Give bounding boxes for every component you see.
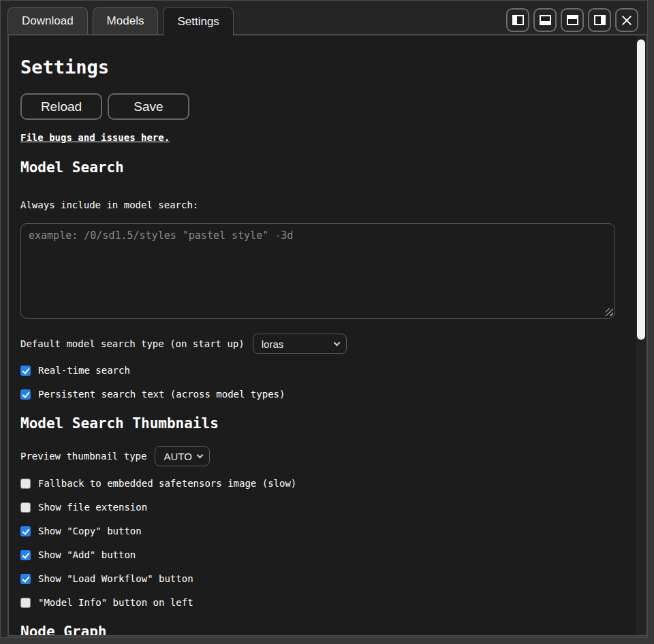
checkbox-label: Show file extension xyxy=(38,502,147,513)
action-buttons: Reload Save xyxy=(20,93,615,120)
checkbox-row-fallback-safetensors: Fallback to embedded safetensors image (… xyxy=(20,479,615,489)
default-search-type-value: loras xyxy=(262,338,284,350)
settings-content: Settings Reload Save File bugs and issue… xyxy=(9,35,647,637)
dock-right-icon xyxy=(594,15,606,25)
checkbox-row-persistent-search: Persistent search text (across model typ… xyxy=(20,389,615,400)
preview-thumbnail-type-label: Preview thumbnail type xyxy=(20,451,146,462)
checkbox-label: Show "Load Workflow" button xyxy=(38,574,193,584)
preview-thumbnail-type-select[interactable]: AUTO xyxy=(155,446,210,466)
dock-left-icon xyxy=(512,15,524,25)
scrollbar-thumb[interactable] xyxy=(637,39,645,340)
checkbox-row-show-load-workflow-button: Show "Load Workflow" button xyxy=(20,574,615,584)
show-add-button-checkbox[interactable] xyxy=(20,550,31,560)
always-include-field xyxy=(20,223,615,319)
resize-grip-icon[interactable] xyxy=(606,308,613,316)
dock-right-button[interactable] xyxy=(588,8,611,32)
preview-thumbnail-type-row: Preview thumbnail type AUTO xyxy=(20,446,615,466)
checkbox-row-show-file-extension: Show file extension xyxy=(20,502,615,513)
page-title: Settings xyxy=(20,57,615,78)
checkbox-label: Real-time search xyxy=(38,366,130,376)
realtime-search-checkbox[interactable] xyxy=(20,366,31,376)
tab-settings[interactable]: Settings xyxy=(163,7,233,36)
chevron-down-icon xyxy=(197,451,204,458)
tab-bar: Download Models Settings xyxy=(7,7,234,36)
checkbox-row-realtime-search: Real-time search xyxy=(20,366,615,376)
model-info-left-checkbox[interactable] xyxy=(20,598,31,608)
checkbox-label: Persistent search text (across model typ… xyxy=(38,389,285,400)
window-controls xyxy=(506,8,638,32)
preview-thumbnail-type-value: AUTO xyxy=(164,451,191,462)
persistent-search-checkbox[interactable] xyxy=(20,389,31,400)
dock-bottom-button[interactable] xyxy=(533,8,557,32)
checkbox-row-model-info-left: "Model Info" button on left xyxy=(20,598,615,608)
section-heading-model-search: Model Search xyxy=(20,159,615,176)
tab-models[interactable]: Models xyxy=(93,7,159,34)
default-search-type-row: Default model search type (on start up) … xyxy=(20,334,615,354)
dock-bottom-icon xyxy=(540,15,551,25)
fallback-safetensors-checkbox[interactable] xyxy=(20,479,31,489)
close-icon xyxy=(621,14,633,27)
default-search-type-select[interactable]: loras xyxy=(253,334,347,354)
show-copy-button-checkbox[interactable] xyxy=(20,526,31,536)
checkbox-row-show-add-button: Show "Add" button xyxy=(20,550,615,560)
dock-top-icon xyxy=(567,15,578,25)
checkbox-label: Show "Add" button xyxy=(38,550,136,560)
chevron-down-icon xyxy=(333,339,340,346)
checkbox-label: "Model Info" button on left xyxy=(38,598,193,608)
section-heading-node-graph: Node Graph xyxy=(20,624,615,637)
dock-top-button[interactable] xyxy=(561,8,584,32)
checkbox-label: Fallback to embedded safetensors image (… xyxy=(38,479,296,489)
section-heading-thumbnails: Model Search Thumbnails xyxy=(20,415,615,432)
default-search-type-label: Default model search type (on start up) xyxy=(20,338,245,349)
checkbox-label: Show "Copy" button xyxy=(38,526,142,536)
show-load-workflow-checkbox[interactable] xyxy=(20,574,31,584)
scrollbar-track[interactable] xyxy=(636,35,647,635)
model-manager-dialog: Download Models Settings Settings Reload… xyxy=(0,0,648,638)
reload-button[interactable]: Reload xyxy=(20,93,102,120)
close-button[interactable] xyxy=(615,8,638,32)
checkbox-row-show-copy-button: Show "Copy" button xyxy=(20,526,615,536)
tab-download[interactable]: Download xyxy=(7,7,88,34)
settings-panel: Settings Reload Save File bugs and issue… xyxy=(7,34,648,637)
always-include-label: Always include in model search: xyxy=(20,200,615,210)
always-include-textarea[interactable] xyxy=(20,223,615,319)
save-button[interactable]: Save xyxy=(108,93,189,120)
show-file-extension-checkbox[interactable] xyxy=(20,502,31,513)
dock-left-button[interactable] xyxy=(506,8,529,32)
issues-link[interactable]: File bugs and issues here. xyxy=(20,132,170,143)
